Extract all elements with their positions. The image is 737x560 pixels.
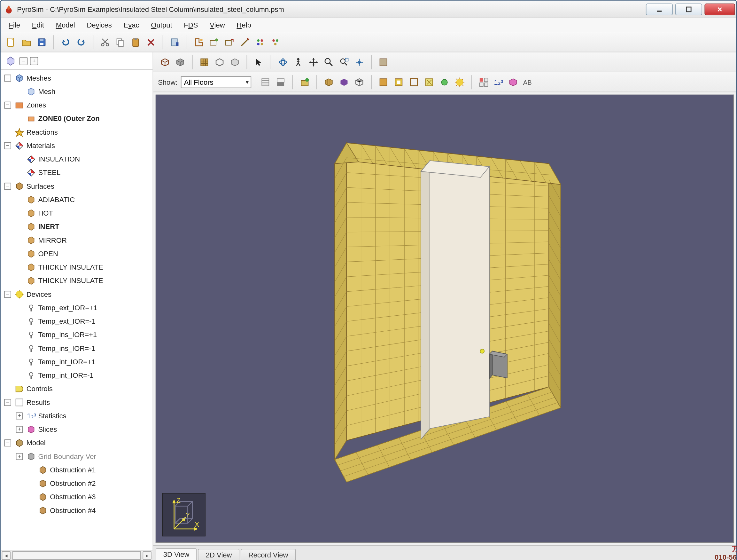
view-wire-icon[interactable] (158, 55, 172, 69)
tree-item-thick2[interactable]: THICKLY INSULATE (3, 274, 153, 287)
view-box2-icon[interactable] (228, 55, 242, 69)
tree-item-results[interactable]: −Results (3, 395, 153, 409)
collapse-all-button[interactable]: − (20, 57, 28, 65)
tree-item-d2[interactable]: Temp_ext_IOR=-1 (3, 314, 153, 328)
menu-model[interactable]: Model (51, 20, 80, 30)
tree-toggle[interactable]: − (4, 101, 11, 108)
tool-d-icon[interactable] (223, 35, 237, 49)
tree-item-model[interactable]: −Model (3, 436, 153, 449)
navigator-tree[interactable]: −MeshesMesh−ZonesZONE0 (Outer ZonReactio… (1, 70, 153, 550)
zoom-icon[interactable] (322, 55, 336, 69)
center-icon[interactable] (352, 55, 366, 69)
tree-item-controls[interactable]: Controls (3, 382, 153, 395)
new-file-icon[interactable] (4, 35, 18, 49)
tree-item-o2[interactable]: Obstruction #2 (3, 477, 153, 490)
tree-toggle[interactable]: − (4, 142, 11, 149)
menu-evac[interactable]: Evac (119, 20, 144, 30)
copy-icon[interactable] (114, 35, 128, 49)
tree-item-gb[interactable]: +Grid Boundary Ver (3, 449, 153, 463)
menu-edit[interactable]: Edit (27, 20, 49, 30)
vt-i-icon[interactable] (437, 75, 451, 89)
nav-tool-icon[interactable] (4, 54, 17, 67)
tool-a-icon[interactable] (168, 35, 182, 49)
tree-item-mirror[interactable]: MIRROR (3, 233, 153, 247)
floor-select[interactable]: All Floors (181, 76, 251, 88)
tree-item-o3[interactable]: Obstruction #3 (3, 490, 153, 503)
view-grid-icon[interactable] (197, 55, 211, 69)
undo-icon[interactable] (59, 35, 73, 49)
menu-fds[interactable]: FDS (179, 20, 203, 30)
tree-item-d6[interactable]: Temp_int_IOR=-1 (3, 368, 153, 382)
vt-h-icon[interactable] (422, 75, 436, 89)
expand-all-button[interactable]: + (30, 57, 38, 65)
axis-gizmo[interactable]: Z X Y (162, 493, 206, 536)
scroll-left-icon[interactable]: ◂ (2, 551, 11, 560)
tree-item-adiabatic[interactable]: ADIABATIC (3, 193, 153, 206)
tree-item-surfaces[interactable]: −Surfaces (3, 179, 153, 193)
tree-item-devices[interactable]: −Devices (3, 287, 153, 301)
vt-split-icon[interactable] (477, 75, 491, 89)
tree-item-steel[interactable]: STEEL (3, 166, 153, 179)
tree-toggle[interactable]: + (16, 412, 23, 419)
tree-item-o4[interactable]: Obstruction #4 (3, 503, 153, 517)
tree-item-zones[interactable]: −Zones (3, 98, 153, 112)
floor-tool-2-icon[interactable] (274, 75, 288, 89)
vt-g-icon[interactable] (407, 75, 421, 89)
save-file-icon[interactable] (35, 35, 49, 49)
tree-item-meshes[interactable]: −Meshes (3, 71, 153, 84)
view-box1-icon[interactable] (213, 55, 227, 69)
tool-f-icon[interactable] (253, 35, 267, 49)
tree-toggle[interactable]: + (16, 453, 23, 460)
pan-icon[interactable] (307, 55, 321, 69)
tree-item-open[interactable]: OPEN (3, 247, 153, 260)
cut-icon[interactable] (98, 35, 112, 49)
tree-item-hot[interactable]: HOT (3, 206, 153, 220)
menu-output[interactable]: Output (146, 20, 177, 30)
menu-help[interactable]: Help (232, 20, 256, 30)
label-123-icon[interactable]: 1₂³ (492, 75, 505, 89)
vt-f-icon[interactable] (392, 75, 406, 89)
tree-item-d1[interactable]: Temp_ext_IOR=+1 (3, 301, 153, 314)
tree-item-stats[interactable]: +1₂³Statistics (3, 409, 153, 422)
vt-c-icon[interactable] (337, 75, 351, 89)
walk-icon[interactable] (291, 55, 305, 69)
vt-b-icon[interactable] (322, 75, 336, 89)
tree-item-slices[interactable]: +Slices (3, 422, 153, 436)
close-button[interactable] (704, 3, 735, 15)
tool-g-icon[interactable] (269, 35, 283, 49)
tab-record-view[interactable]: Record View (241, 549, 296, 560)
tree-item-d4[interactable]: Temp_ins_IOR=-1 (3, 341, 153, 355)
vt-pink-icon[interactable] (506, 75, 520, 89)
view-solid-icon[interactable] (173, 55, 187, 69)
orbit-icon[interactable] (276, 55, 290, 69)
vt-d-icon[interactable] (353, 75, 367, 89)
tool-b-icon[interactable] (192, 35, 206, 49)
tab-2d-view[interactable]: 2D View (198, 549, 239, 560)
scroll-right-icon[interactable]: ▸ (143, 551, 152, 560)
minimize-button[interactable] (646, 3, 673, 15)
tree-toggle[interactable]: − (4, 290, 11, 297)
paste-icon[interactable] (129, 35, 143, 49)
maximize-button[interactable] (675, 3, 702, 15)
tool-e-icon[interactable] (238, 35, 252, 49)
menu-view[interactable]: View (205, 20, 230, 30)
tree-toggle[interactable]: + (16, 426, 23, 433)
vt-a-icon[interactable] (298, 75, 312, 89)
tree-item-d5[interactable]: Temp_int_IOR=+1 (3, 355, 153, 368)
tree-toggle[interactable]: − (4, 74, 11, 81)
tree-item-reactions[interactable]: Reactions (3, 125, 153, 138)
view-mode-icon[interactable] (376, 55, 390, 69)
delete-icon[interactable] (144, 35, 158, 49)
tree-item-insulation[interactable]: INSULATION (3, 152, 153, 166)
label-ab-icon[interactable]: AB (521, 75, 533, 89)
vt-e-icon[interactable] (376, 75, 390, 89)
tree-item-d3[interactable]: Temp_ins_IOR=+1 (3, 328, 153, 341)
tree-toggle[interactable]: − (4, 439, 11, 446)
menu-devices[interactable]: Devices (82, 20, 117, 30)
open-file-icon[interactable] (20, 35, 34, 49)
menu-file[interactable]: File (4, 20, 25, 30)
floor-tool-1-icon[interactable] (259, 75, 273, 89)
tree-item-materials[interactable]: −Materials (3, 139, 153, 152)
tree-toggle[interactable]: − (4, 182, 11, 189)
tree-item-zone0[interactable]: ZONE0 (Outer Zon (3, 112, 153, 125)
